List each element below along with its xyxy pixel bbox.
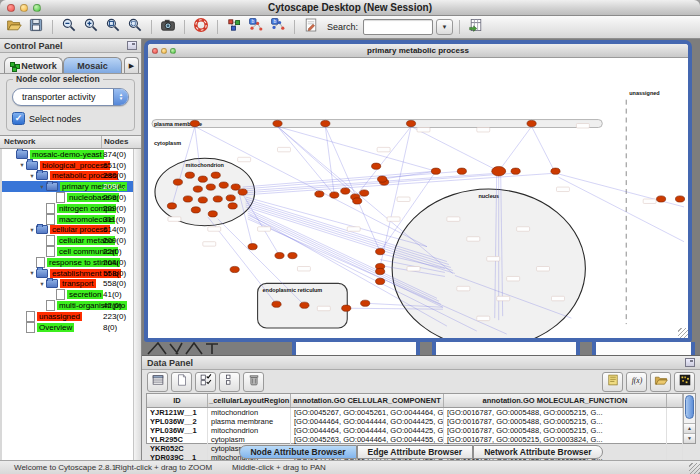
tree-item-macromolecule[interactable]: macromolecule311(0) <box>2 214 141 225</box>
network-node[interactable] <box>511 168 520 174</box>
expand-arrow-icon[interactable]: ▼ <box>38 184 46 190</box>
network-node[interactable] <box>372 163 381 169</box>
scroll-up-arrow[interactable]: ▲ <box>684 423 695 433</box>
tree-item-nitrogen-compo[interactable]: nitrogen compo209(0) <box>2 203 141 214</box>
table-row[interactable]: YPL036W__1mitochondrion[GO:0044464, GO:0… <box>147 426 683 435</box>
table-row[interactable]: YPL036W__2plasma membrane[GO:0044464, GO… <box>147 417 683 426</box>
network-node[interactable] <box>376 268 385 274</box>
scroll-down-arrow[interactable]: ▼ <box>684 433 695 443</box>
tree-item-biological-process[interactable]: ▼biological_process651(0) <box>2 160 141 171</box>
network-node[interactable] <box>238 189 247 195</box>
select-attributes-button[interactable] <box>195 372 216 392</box>
create-attribute-button[interactable] <box>171 372 192 392</box>
notes-button[interactable] <box>602 372 623 392</box>
network-node[interactable] <box>183 196 192 202</box>
search-dropdown-button[interactable]: ▼ <box>436 19 453 35</box>
network-node[interactable] <box>198 197 207 203</box>
network-node[interactable] <box>167 203 176 209</box>
table-row[interactable]: YLR295Ccytoplasm[GO:0045263, GO:0044464,… <box>147 435 683 444</box>
tree-item-transport[interactable]: ▼transport558(0) <box>2 279 141 290</box>
tree-item-secretion[interactable]: secretion41(0) <box>2 289 141 300</box>
tree-scrollbar[interactable] <box>133 149 141 460</box>
expand-arrow-icon[interactable]: ▼ <box>18 162 26 168</box>
table-scrollbar[interactable]: ▲ ▼ <box>683 394 695 443</box>
layout-edges-button[interactable]: b <box>268 18 288 36</box>
search-input[interactable] <box>363 19 433 35</box>
network-node[interactable] <box>288 252 297 258</box>
float-panel-icon[interactable] <box>127 41 137 50</box>
help-button[interactable] <box>191 18 211 36</box>
zoom-in-button[interactable] <box>81 18 101 36</box>
network-node[interactable] <box>361 300 370 306</box>
network-node[interactable] <box>273 120 282 126</box>
background-window-fragment[interactable] <box>592 342 695 355</box>
network-node[interactable] <box>551 168 560 174</box>
open-file-button[interactable] <box>4 18 24 36</box>
network-node[interactable] <box>231 184 240 190</box>
tree-item-overview[interactable]: Overview8(0) <box>2 322 141 333</box>
attribute-select-button[interactable] <box>147 372 168 392</box>
save-session-button[interactable] <box>26 18 46 36</box>
network-node[interactable] <box>378 176 387 182</box>
column-header[interactable]: annotation.GO CELLULAR_COMPONENT <box>291 394 444 408</box>
network-node[interactable] <box>190 120 199 126</box>
scrollbar-thumb[interactable] <box>685 395 694 419</box>
network-node[interactable] <box>315 191 324 197</box>
tree-item-cellular-metabo[interactable]: cellular metabo209(0) <box>2 235 141 246</box>
window-resize-grip[interactable] <box>678 328 688 338</box>
network-canvas[interactable]: plasma membranecytoplasmmitochondrionnuc… <box>148 58 688 338</box>
matrix-button[interactable] <box>674 372 695 392</box>
network-node[interactable] <box>341 188 350 194</box>
tree-item-multi-organism-pro[interactable]: multi-organism pro42(0) <box>2 300 141 311</box>
network-node[interactable] <box>675 196 684 202</box>
float-panel-icon[interactable] <box>685 358 695 367</box>
network-node[interactable] <box>353 198 362 204</box>
network-node[interactable] <box>173 179 182 185</box>
network-node[interactable] <box>208 211 217 217</box>
tree-item-mosaic-demo-yeast[interactable]: mosaic-demo-yeast874(0) <box>2 149 141 160</box>
network-node[interactable] <box>248 244 257 250</box>
tree-item-primary-metabolic[interactable]: ▼primary metabolic209(... <box>2 181 141 192</box>
expand-arrow-icon[interactable]: ▼ <box>38 281 46 287</box>
network-node[interactable] <box>230 266 239 272</box>
column-header[interactable]: annotation.GO MOLECULAR_FUNCTION <box>444 394 667 408</box>
node-color-dropdown[interactable]: transporter activity ▲▼ <box>12 88 129 106</box>
network-node[interactable] <box>272 301 281 307</box>
tree-item-cell-communicat[interactable]: cell communicat22(0) <box>2 246 141 257</box>
network-node[interactable] <box>211 172 220 178</box>
column-nodes[interactable]: Nodes <box>102 136 141 148</box>
network-node[interactable] <box>275 252 284 258</box>
network-node[interactable] <box>330 192 339 198</box>
function-builder-button[interactable]: f(x) <box>626 372 647 392</box>
network-window-titlebar[interactable]: primary metabolic process <box>148 44 688 58</box>
background-window-fragment[interactable] <box>432 342 580 355</box>
import-table-button[interactable] <box>466 18 486 36</box>
network-node[interactable] <box>376 249 385 255</box>
select-nodes-checkbox[interactable]: ✓ <box>12 112 25 125</box>
tree-item-establishment-of-lo[interactable]: ▼establishment of lo558(0) <box>2 268 141 279</box>
snapshot-button[interactable] <box>158 18 178 36</box>
layout-nodes-button[interactable]: b <box>246 18 266 36</box>
tree-item-unassigned[interactable]: unassigned223(0) <box>2 311 141 322</box>
network-node[interactable] <box>457 168 466 174</box>
tree-item-nucleobase-c[interactable]: nucleobase-c209(0) <box>2 192 141 203</box>
tab-edge-attribute-browser[interactable]: Edge Attribute Browser <box>357 445 474 459</box>
network-node[interactable] <box>226 195 235 201</box>
network-node[interactable] <box>206 184 215 190</box>
import-attributes-button[interactable] <box>650 372 671 392</box>
network-node[interactable] <box>431 168 440 174</box>
network-node[interactable] <box>376 278 385 284</box>
background-window-fragment[interactable] <box>292 342 420 355</box>
unselect-attributes-button[interactable] <box>219 372 240 392</box>
tab-network[interactable]: Network <box>4 57 63 73</box>
network-node[interactable] <box>213 196 222 202</box>
column-header[interactable]: _cellularLayoutRegion <box>208 394 291 408</box>
network-node[interactable] <box>492 166 506 175</box>
column-network[interactable]: Network <box>0 136 102 148</box>
tree-item-response-to-stimulu[interactable]: response to stimulu264(0) <box>2 257 141 268</box>
tab-network-attribute-browser[interactable]: Network Attribute Browser <box>473 445 602 459</box>
expand-arrow-icon[interactable]: ▼ <box>28 227 36 233</box>
network-node[interactable] <box>185 172 194 178</box>
network-overview-button[interactable] <box>224 18 244 36</box>
column-header[interactable]: ID <box>147 394 208 408</box>
